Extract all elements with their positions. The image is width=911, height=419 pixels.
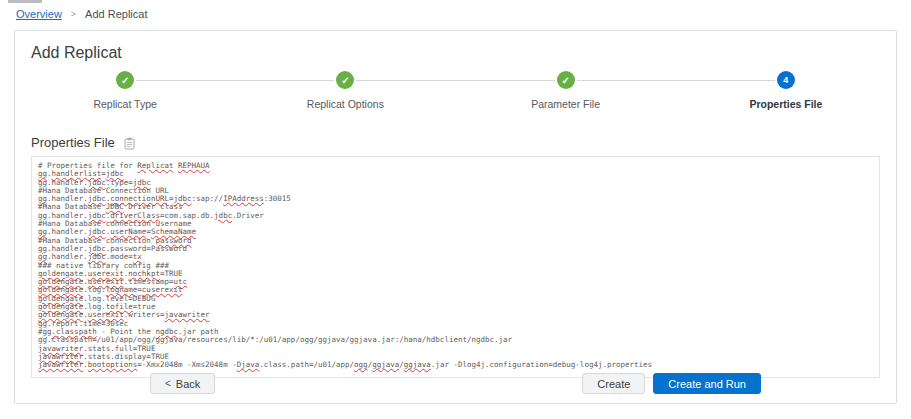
code-line: goldengate.log.level=DEBUG xyxy=(38,295,873,303)
copy-clipboard-icon[interactable] xyxy=(124,136,135,149)
footer-action-buttons: Create Create and Run xyxy=(582,373,761,394)
breadcrumb-separator: > xyxy=(71,9,76,19)
stepper-step-replicat-type[interactable]: ✓Replicat Type xyxy=(15,71,235,110)
step-check-icon: ✓ xyxy=(557,71,575,89)
breadcrumb-current: Add Replicat xyxy=(85,8,147,20)
code-line: # Properties file for Replicat REPHAUA xyxy=(38,162,873,170)
code-line: gg.classpath=/u01/app/ogg/ggjava/resourc… xyxy=(38,336,873,344)
step-check-icon: ✓ xyxy=(336,71,354,89)
add-replicat-card: Add Replicat ✓Replicat Type✓Replicat Opt… xyxy=(14,30,897,404)
code-line: goldengate.userexit.writers=javawriter xyxy=(38,311,873,319)
step-check-icon: ✓ xyxy=(116,71,134,89)
stepper-step-parameter-file[interactable]: ✓Parameter File xyxy=(456,71,676,110)
code-line: goldengate.log.logname=cuserexit xyxy=(38,286,873,294)
stepper: ✓Replicat Type✓Replicat Options✓Paramete… xyxy=(15,71,896,121)
code-line: gg.handler.jdbc.password=Password xyxy=(38,245,873,253)
back-button-label: Back xyxy=(176,378,200,390)
window-edge-artifact xyxy=(8,0,42,3)
code-line: gg.handlerlist=jdbc xyxy=(38,170,873,178)
chevron-left-icon: < xyxy=(165,378,171,389)
properties-file-section-heading: Properties File xyxy=(31,135,896,150)
code-line: javawriter.bootoptions=-Xmx2048m -Xms204… xyxy=(38,361,873,369)
create-and-run-button-label: Create and Run xyxy=(668,378,746,390)
step-label: Properties File xyxy=(749,98,822,110)
breadcrumb: Overview > Add Replicat xyxy=(16,8,147,20)
properties-file-heading: Properties File xyxy=(31,135,115,150)
create-button-label: Create xyxy=(597,378,630,390)
create-button[interactable]: Create xyxy=(582,373,645,394)
stepper-step-properties-file[interactable]: 4Properties File xyxy=(676,71,896,110)
step-label: Parameter File xyxy=(531,98,600,110)
page-title: Add Replicat xyxy=(15,31,896,62)
stepper-steps: ✓Replicat Type✓Replicat Options✓Paramete… xyxy=(15,71,896,110)
wizard-footer: < Back Create Create and Run xyxy=(150,373,761,394)
breadcrumb-link-overview[interactable]: Overview xyxy=(16,8,62,20)
step-label: Replicat Type xyxy=(93,98,156,110)
properties-file-editor[interactable]: # Properties file for Replicat REPHAUAgg… xyxy=(31,156,880,378)
stepper-step-replicat-options[interactable]: ✓Replicat Options xyxy=(235,71,455,110)
create-and-run-button[interactable]: Create and Run xyxy=(653,373,761,394)
step-label: Replicat Options xyxy=(307,98,384,110)
back-button[interactable]: < Back xyxy=(150,373,215,394)
step-number-badge: 4 xyxy=(777,71,795,89)
